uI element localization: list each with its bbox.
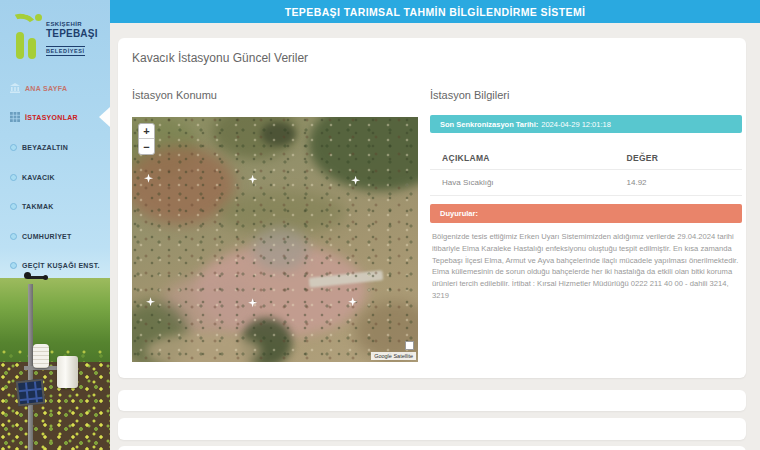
map-section-title: İstasyon Konumu [132, 89, 217, 101]
sync-value: 2024-04-29 12:01:18 [541, 120, 611, 129]
announcement-text: Bölgenizde tesis ettiğimiz Erken Uyarı S… [432, 231, 740, 302]
sidebar-item-ana-sayfa[interactable]: ANA SAYFA [10, 81, 67, 95]
logo-figure-body2 [28, 38, 36, 59]
pin-icon [10, 233, 17, 240]
table-row: Hava Sıcaklığı 14.92 [430, 170, 742, 196]
map[interactable]: + − Google Satellite [132, 117, 418, 362]
map-zoom-control: + − [138, 123, 155, 155]
sync-label: Son Senkronizasyon Tarihi: [440, 120, 538, 129]
logo-figure-arm [8, 11, 38, 35]
sidebar-item-label: ANA SAYFA [25, 85, 67, 92]
sidebar-item-beyazaltin[interactable]: BEYAZALTIN [10, 140, 68, 154]
sidebar-item-label: BEYAZALTIN [22, 144, 68, 151]
logo-city: ESKİŞEHİR [46, 21, 108, 27]
sidebar-item-istasyonlar[interactable]: İSTASYONLAR [10, 110, 78, 124]
zoom-in-button[interactable]: + [139, 124, 154, 139]
logo-suffix: BELEDİYESİ [46, 46, 85, 56]
zoom-out-button[interactable]: − [139, 139, 154, 154]
map-attribution[interactable]: Google Satellite [371, 352, 416, 360]
logo-figure-body [16, 32, 24, 59]
pin-icon [10, 174, 17, 181]
sidebar-item-gecit-kusagi[interactable]: GEÇİT KUŞAĞI ENST. [10, 258, 100, 272]
sidebar-item-cumhuriyet[interactable]: CUMHURİYET [10, 229, 72, 243]
pin-icon [10, 262, 17, 269]
page-title: Kavacık İstasyonu Güncel Veriler [132, 51, 308, 65]
logo-name: TEPEBAŞI [46, 28, 108, 39]
radiation-shield [33, 344, 49, 368]
sync-banner: Son Senkronizasyon Tarihi: 2024-04-29 12… [430, 115, 742, 133]
logo-figure-head [35, 14, 42, 21]
sidebar-item-label: TAKMAK [22, 203, 54, 210]
collapsed-panel-2[interactable] [118, 418, 746, 440]
data-table: AÇIKLAMA DEĞER Hava Sıcaklığı 14.92 [430, 146, 742, 196]
rain-gauge [57, 356, 78, 388]
app-window: ESKİŞEHİR TEPEBAŞI BELEDİYESİ ANA SAYFA [0, 0, 760, 450]
sidebar-item-label: İSTASYONLAR [25, 114, 78, 121]
sidebar-item-kavacik[interactable]: KAVACIK [10, 170, 55, 184]
bank-icon [10, 83, 20, 93]
column-header-deger: DEĞER [627, 153, 742, 163]
announcements-label: Duyurular: [440, 209, 478, 218]
solar-panel [16, 379, 45, 407]
info-section-title: İstasyon Bilgileri [430, 89, 509, 101]
pin-icon [10, 144, 17, 151]
sidebar-item-label: GEÇİT KUŞAĞI ENST. [22, 262, 100, 269]
cell-aciklama: Hava Sıcaklığı [430, 178, 627, 187]
header-bar: TEPEBAŞI TARIMSAL TAHMİN BİLGİLENDİRME S… [110, 0, 760, 23]
collapsed-panel-1[interactable] [118, 390, 746, 411]
column-header-aciklama: AÇIKLAMA [430, 153, 627, 163]
sidebar-item-label: KAVACIK [22, 174, 55, 181]
logo-text: ESKİŞEHİR TEPEBAŞI BELEDİYESİ [46, 21, 108, 57]
sidebar-item-label: CUMHURİYET [22, 233, 72, 240]
collapsed-panel-3[interactable] [118, 446, 746, 450]
pin-icon [10, 203, 17, 210]
sidebar: ESKİŞEHİR TEPEBAŞI BELEDİYESİ ANA SAYFA [0, 0, 110, 450]
table-header-row: AÇIKLAMA DEĞER [430, 146, 742, 170]
anemometer-icon [16, 270, 46, 288]
active-item-notch [99, 107, 110, 127]
map-layer-toggle-icon[interactable] [405, 341, 414, 350]
sidebar-item-takmak[interactable]: TAKMAK [10, 199, 54, 213]
weather-station-photo-soil [0, 362, 110, 450]
app-title: TEPEBAŞI TARIMSAL TAHMİN BİLGİLENDİRME S… [285, 6, 586, 18]
municipality-logo: ESKİŞEHİR TEPEBAŞI BELEDİYESİ [8, 12, 108, 64]
map-texture [132, 117, 418, 362]
announcements-banner: Duyurular: [430, 204, 742, 223]
grid-icon [10, 112, 20, 122]
cell-deger: 14.92 [627, 178, 742, 187]
